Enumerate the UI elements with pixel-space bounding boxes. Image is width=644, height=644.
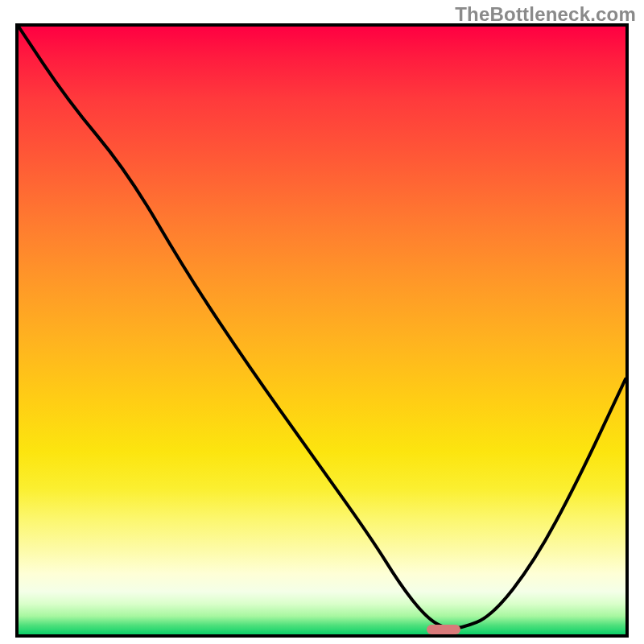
plot-area	[15, 23, 629, 638]
optimal-marker	[427, 625, 460, 634]
chart-container: TheBottleneck.com	[0, 0, 644, 644]
watermark-text: TheBottleneck.com	[455, 3, 636, 26]
curve-path	[19, 27, 625, 629]
bottleneck-curve	[19, 27, 625, 634]
